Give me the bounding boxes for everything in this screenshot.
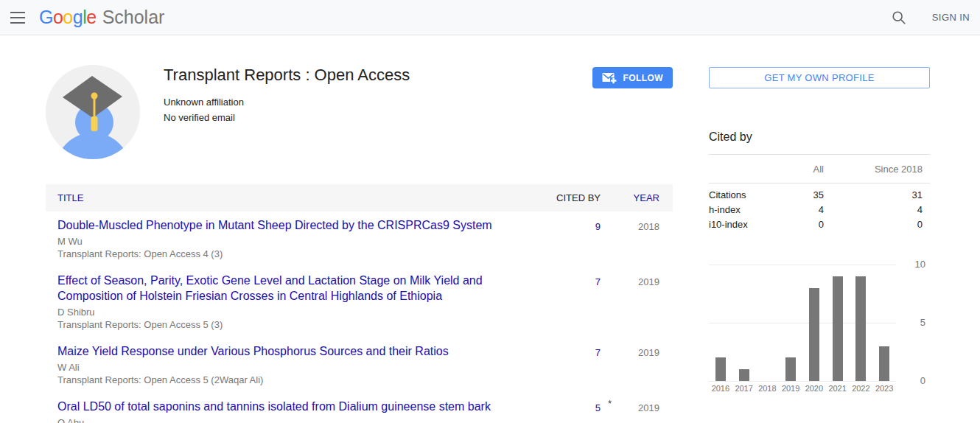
sign-in-link[interactable]: SIGN IN [932,12,970,23]
metric-value-all[interactable]: 0 [772,217,824,232]
chart-y-tick-5: 5 [920,317,925,328]
logo-letter: o [53,7,63,27]
publication-authors: O Abu [57,416,512,423]
metric-value-since[interactable]: 4 [824,203,923,217]
citation-metric-row: i10-index00 [709,217,930,232]
top-bar-right: SIGN IN [891,10,970,26]
metric-value-since[interactable]: 0 [824,217,923,232]
logo-letter: G [39,7,53,27]
metric-value-since[interactable]: 31 [824,188,923,203]
chart-bar-2023[interactable] [879,346,889,381]
chart-bar-2016[interactable] [715,357,726,381]
chart-bar-slot [872,265,896,381]
chart-bar-slot [826,265,850,381]
graduation-cap-avatar [46,65,140,159]
sort-by-year-header[interactable]: YEAR [601,192,673,203]
publication-year: 2018 [638,221,659,232]
chart-bar-2021[interactable] [833,276,843,381]
stats-col-all: All [772,162,824,177]
chart-x-label: 2022 [850,384,873,393]
publication-venue: Transplant Reports: Open Access 4 (3) [57,248,512,260]
publication-authors: W Ali [57,361,512,374]
cited-by-column-header: CITED BY [512,192,601,203]
tassel-button [91,93,98,99]
publication-title-link[interactable]: Effect of Season, Parity, Exotic Gene Le… [57,273,512,304]
chart-bar-2022[interactable] [855,276,866,381]
sort-by-title-header[interactable]: TITLE [46,192,512,203]
publication-year: 2019 [638,347,659,358]
cited-by-count-link[interactable]: 9 [595,221,601,232]
tassel-bob [91,116,98,131]
metric-label: i10-index [709,217,772,232]
hamburger-menu-button[interactable] [7,7,29,29]
publication-authors: D Shibru [57,306,512,318]
profile-info: Transplant Reports : Open Access Unknown… [164,65,592,159]
cited-by-count-link[interactable]: 5 [595,402,601,413]
citation-stats-header: All Since 2018 [709,155,930,183]
chart-y-tick-10: 10 [915,259,925,270]
chart-bar-slot [756,265,780,381]
publication-row: Maize Yield Response under Various Phosp… [46,338,673,393]
follow-button[interactable]: FOLLOW [592,67,673,88]
publication-authors: M Wu [57,235,512,248]
hamburger-icon [10,12,25,13]
citation-metric-row: Citations3531 [709,188,930,203]
publication-year: 2019 [638,402,659,413]
chart-gridline [709,381,896,382]
chart-x-label: 2019 [779,384,802,393]
citation-stats-table: All Since 2018 Citations3531h-index44i10… [709,155,930,232]
scholar-logo-text: Scholar [102,8,165,27]
chart-bars [709,265,896,381]
google-logo-letters: Google [39,8,97,27]
citation-note-asterisk: * [608,398,612,409]
chart-bar-2019[interactable] [785,357,796,381]
publication-venue: Transplant Reports: Open Access 5 (3) [57,318,512,331]
metric-label: Citations [709,188,772,203]
main-content: Transplant Reports : Open Access Unknown… [0,35,980,423]
citation-stats-body: Citations3531h-index44i10-index00 [709,183,930,232]
top-bar: Google Scholar SIGN IN [0,0,980,35]
publication-venue: Transplant Reports: Open Access 5 (2Waqa… [57,374,512,386]
envelope-plus-icon [602,72,617,84]
chart-x-labels: 20162017201820192020202120222023 [709,384,896,393]
chart-plot-area [709,265,896,381]
cited-by-heading: Cited by [709,130,930,155]
publications-table: TITLE CITED BY YEAR Double-Muscled Pheno… [46,184,673,423]
publications-table-header: TITLE CITED BY YEAR [46,184,673,212]
chart-bar-2017[interactable] [739,369,749,381]
chart-x-label: 2021 [826,384,850,393]
profile-email-status: No verified email [164,110,592,125]
publication-row: Oral LD50 of total saponins and tannins … [46,393,673,423]
chart-bar-slot [779,265,802,381]
search-button[interactable] [891,10,907,26]
chart-x-label: 2016 [709,384,732,393]
publication-title-link[interactable]: Oral LD50 of total saponins and tannins … [57,399,512,414]
publications-body: Double-Muscled Phenotype in Mutant Sheep… [46,212,673,423]
cited-by-count-link[interactable]: 7 [595,276,601,287]
chart-bar-slot [732,265,756,381]
publication-row: Effect of Season, Parity, Exotic Gene Le… [46,267,673,338]
chart-bar-2020[interactable] [809,288,819,381]
chart-x-label: 2017 [732,384,756,393]
profile-name: Transplant Reports : Open Access [164,66,592,85]
metric-value-all[interactable]: 35 [772,188,824,203]
search-icon [891,10,907,26]
follow-button-label: FOLLOW [623,73,663,83]
chart-x-label: 2023 [872,384,896,393]
logo-letter: g [73,7,83,27]
google-scholar-logo[interactable]: Google Scholar [39,8,164,27]
chart-y-labels: 0510 [896,265,930,381]
citation-metric-row: h-index44 [709,203,930,217]
chart-bar-slot [802,265,826,381]
publication-title-link[interactable]: Maize Yield Response under Various Phosp… [57,343,512,359]
publication-year: 2019 [638,276,659,287]
publication-title-link[interactable]: Double-Muscled Phenotype in Mutant Sheep… [57,217,512,233]
chart-bar-slot [850,265,873,381]
publication-row: Double-Muscled Phenotype in Mutant Sheep… [46,212,673,267]
profile-affiliation: Unknown affiliation [164,94,592,110]
metric-value-all[interactable]: 4 [772,203,824,217]
get-my-own-profile-button[interactable]: GET MY OWN PROFILE [709,67,930,88]
left-column: Transplant Reports : Open Access Unknown… [46,65,673,423]
cited-by-count-link[interactable]: 7 [595,347,601,358]
metric-label: h-index [709,203,772,217]
